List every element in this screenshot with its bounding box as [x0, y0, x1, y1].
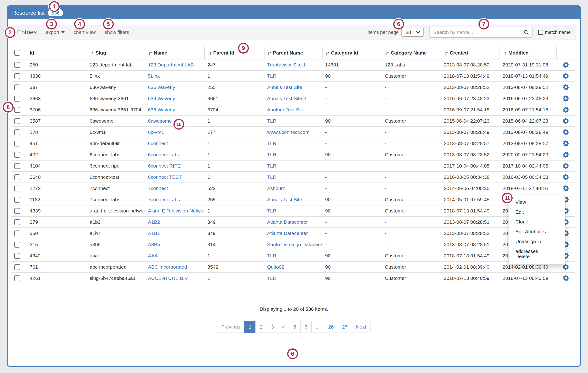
page-27[interactable]: 27 — [338, 321, 352, 333]
row-checkbox[interactable] — [14, 62, 20, 68]
row-actions-gear-button[interactable] — [563, 163, 569, 168]
row-checkbox[interactable] — [14, 118, 20, 124]
page-next[interactable]: Next — [352, 321, 370, 333]
row-actions-gear-button[interactable] — [563, 174, 569, 179]
row-checkbox[interactable] — [14, 152, 20, 158]
row-actions-gear-button[interactable] — [563, 95, 569, 101]
row-checkbox[interactable] — [14, 84, 20, 90]
row-actions-gear-button[interactable] — [563, 185, 569, 191]
resource-name-link[interactable]: A1B2 — [148, 219, 160, 225]
row-checkbox[interactable] — [14, 129, 20, 135]
col-header-category-name[interactable]: ↓↑Category Name — [382, 47, 441, 59]
parent-name-link[interactable]: Ashburn — [267, 186, 285, 191]
resource-name-link[interactable]: 7connect Labs — [148, 197, 180, 202]
resource-name-link[interactable]: A and E Television Network — [148, 208, 205, 213]
menu-item-edit[interactable]: Edit — [509, 207, 565, 217]
export-button[interactable]: export — [46, 30, 65, 35]
parent-name-link[interactable]: TLR — [267, 73, 276, 79]
parent-name-link[interactable]: Anna's Test Site 2 — [267, 96, 306, 101]
resource-name-link[interactable]: 6connect TEST — [148, 174, 182, 180]
parent-name-link[interactable]: TLR — [267, 118, 276, 124]
row-checkbox[interactable] — [14, 242, 20, 248]
resource-name-link[interactable]: 7connect — [148, 186, 168, 191]
parent-name-link[interactable]: Santo Domingo Datacenter — [267, 242, 322, 247]
col-header-parent-id[interactable]: ↓↑Parent Id — [205, 47, 264, 59]
row-actions-gear-button[interactable] — [563, 129, 569, 135]
row-actions-gear-button[interactable] — [563, 118, 569, 123]
row-actions-gear-button[interactable] — [563, 140, 569, 146]
parent-name-link[interactable]: TLR — [267, 141, 276, 146]
parent-name-link[interactable]: TLR — [267, 174, 276, 180]
col-header-modified[interactable]: ↓↑Modified — [500, 47, 557, 59]
parent-name-link[interactable]: Quito02 — [267, 264, 284, 269]
parent-name-link[interactable]: TripAdvisor Site 1 — [267, 62, 306, 67]
col-header-parent-name[interactable]: ↓↑Parent Name — [264, 47, 322, 59]
row-checkbox[interactable] — [14, 219, 20, 225]
row-checkbox[interactable] — [14, 96, 20, 102]
row-checkbox[interactable] — [14, 174, 20, 180]
row-checkbox[interactable] — [14, 230, 20, 236]
parent-name-link[interactable]: TLR — [267, 208, 276, 213]
resource-name-link[interactable]: A1B7 — [148, 230, 160, 236]
page-5[interactable]: 5 — [289, 321, 301, 333]
resource-name-link[interactable]: 6connect — [148, 141, 168, 146]
resource-name-link[interactable]: 636 Waverly — [148, 96, 175, 101]
page-2[interactable]: 2 — [255, 321, 267, 333]
row-actions-gear-button[interactable] — [563, 84, 569, 90]
page-4[interactable]: 4 — [278, 321, 290, 333]
row-checkbox[interactable] — [14, 163, 20, 169]
parent-name-link[interactable]: Atlanta Datacenter — [267, 219, 308, 225]
search-button[interactable] — [520, 27, 533, 38]
col-header-slug[interactable]: ↓↑Slug — [87, 47, 145, 59]
row-checkbox[interactable] — [14, 253, 20, 259]
parent-name-link[interactable]: www.6connect.com — [267, 129, 309, 135]
page-26[interactable]: 26 — [324, 321, 338, 333]
row-actions-gear-button[interactable] — [563, 62, 569, 67]
match-name-checkbox[interactable] — [538, 30, 543, 35]
resource-name-link[interactable]: 5Linx — [148, 73, 160, 79]
parent-name-link[interactable]: Anna's Test Site — [267, 84, 302, 90]
resource-name-link[interactable]: 6connect RIPE — [148, 163, 181, 168]
row-checkbox[interactable] — [14, 208, 20, 214]
row-checkbox[interactable] — [14, 186, 20, 191]
menu-item-edit-attributes[interactable]: Edit Attributes — [509, 227, 565, 237]
resource-name-link[interactable]: AAA — [148, 253, 158, 258]
row-checkbox[interactable] — [14, 197, 20, 203]
parent-name-link[interactable]: TLR — [267, 152, 276, 157]
parent-name-link[interactable]: TLR — [267, 275, 276, 281]
resource-name-link[interactable]: ABC Incorporated — [148, 264, 187, 269]
col-header-category-id[interactable]: ↓↑Category Id — [322, 47, 382, 59]
parent-name-link[interactable]: TLR — [267, 163, 276, 168]
row-checkbox[interactable] — [14, 264, 20, 270]
row-actions-gear-button[interactable] — [563, 73, 569, 78]
search-input[interactable] — [429, 27, 520, 38]
resource-name-link[interactable]: 6awesome — [148, 118, 172, 124]
row-actions-gear-button[interactable] — [563, 275, 569, 280]
resource-name-link[interactable]: A3B5 — [148, 242, 160, 247]
parent-name-link[interactable]: Anna's Test Site — [267, 197, 302, 202]
parent-name-link[interactable]: Another Test Site — [267, 107, 304, 112]
row-checkbox[interactable] — [14, 107, 20, 113]
menu-item-view[interactable]: View — [509, 197, 565, 207]
row-checkbox[interactable] — [14, 275, 20, 281]
row-actions-gear-button[interactable] — [563, 152, 569, 157]
resource-name-link[interactable]: 6connect Labz — [148, 152, 180, 157]
menu-item-clone[interactable]: Clone — [509, 217, 565, 227]
select-all-checkbox[interactable] — [14, 50, 20, 56]
resource-name-link[interactable]: 636 Waverly — [148, 107, 175, 112]
row-actions-gear-button[interactable] — [563, 107, 569, 112]
parent-name-link[interactable]: Atlanta Datacenter — [267, 230, 308, 236]
page-6[interactable]: 6 — [300, 321, 312, 333]
resource-name-link[interactable]: 123 Department LAB — [148, 62, 194, 67]
page-3[interactable]: 3 — [267, 321, 278, 333]
parent-name-link[interactable]: TLR — [267, 253, 276, 258]
resource-name-link[interactable]: ACCENTURE B.V. — [148, 275, 189, 281]
row-checkbox[interactable] — [14, 73, 20, 79]
page-1[interactable]: 1 — [244, 321, 256, 333]
show-filters-button[interactable]: show filters + — [105, 30, 133, 35]
row-actions-gear-button[interactable] — [563, 264, 569, 269]
resource-name-link[interactable]: 6c-vm1 — [148, 129, 164, 135]
menu-item-unassign-ip-addresses[interactable]: Unassign ip addresses — [509, 237, 565, 246]
row-checkbox[interactable] — [14, 141, 20, 146]
items-per-page-select[interactable]: 20 — [401, 28, 424, 37]
